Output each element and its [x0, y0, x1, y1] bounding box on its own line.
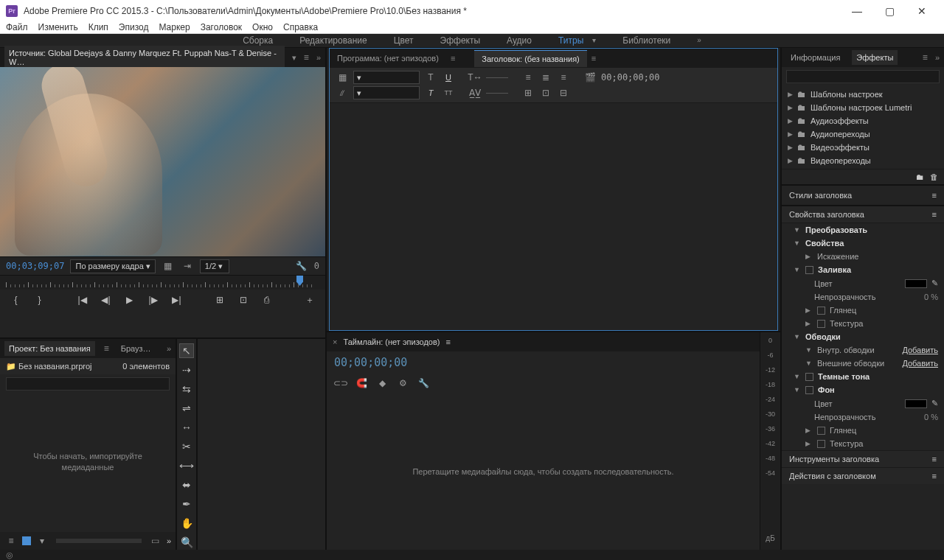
menu-clip[interactable]: Клип: [88, 22, 108, 32]
workspace-titles-menu-icon[interactable]: ▾: [592, 36, 596, 44]
prop-inner-strokes[interactable]: ▼Внутр. обводкиДобавить: [782, 343, 944, 357]
align-right-button[interactable]: ≡: [557, 71, 570, 84]
workspace-effects[interactable]: Эффекты: [440, 35, 481, 46]
prop-fill-color[interactable]: Цвет✎: [782, 276, 944, 290]
eyedropper-icon[interactable]: ✎: [931, 279, 938, 288]
title-tab[interactable]: Заголовок: (без названия): [474, 50, 586, 67]
prop-background[interactable]: ▼Фон: [782, 383, 944, 396]
cloud-sync-icon[interactable]: ◎: [6, 550, 13, 560]
workspace-libraries[interactable]: Библиотеки: [622, 35, 670, 46]
info-tab[interactable]: Информация: [786, 50, 844, 65]
prop-outer-strokes[interactable]: ▼Внешние обводкиДобавить: [782, 357, 944, 370]
prop-fill-opacity[interactable]: Непрозрачность0 %: [782, 290, 944, 304]
align-left-button[interactable]: ≡: [521, 71, 535, 84]
settings-icon[interactable]: 🔧: [295, 259, 308, 273]
workspace-color[interactable]: Цвет: [394, 35, 414, 46]
title-tab-menu-icon[interactable]: ≡: [587, 54, 600, 63]
prop-gloss[interactable]: ▶Глянец: [782, 304, 944, 317]
effects-overflow-icon[interactable]: »: [935, 53, 940, 62]
leading-input[interactable]: [486, 93, 508, 94]
prop-texture[interactable]: ▶Текстура: [782, 317, 944, 330]
program-tab-menu-icon[interactable]: ≡: [446, 54, 459, 63]
add-marker-button[interactable]: ◆: [375, 377, 389, 390]
prop-bg-opacity[interactable]: Непрозрачность0 %: [782, 410, 944, 424]
timeline-settings-button[interactable]: ⚙: [396, 377, 409, 390]
title-styles-icon[interactable]: ⫽: [336, 86, 349, 99]
timeline-wrench-button[interactable]: 🔧: [417, 377, 430, 390]
step-forward-button[interactable]: |▶: [147, 293, 160, 307]
track-select-tool[interactable]: ⇢: [179, 363, 194, 377]
add-outer-stroke-link[interactable]: Добавить: [902, 359, 938, 368]
title-timecode[interactable]: 00;00;00;00: [601, 72, 659, 83]
step-back-button[interactable]: ◀|: [100, 293, 113, 307]
prop-bg-texture[interactable]: ▶Текстура: [782, 437, 944, 450]
pen-tool[interactable]: ✒: [179, 497, 194, 511]
title-canvas[interactable]: [330, 103, 777, 330]
overwrite-button[interactable]: ⊡: [237, 293, 250, 307]
prop-bg-gloss[interactable]: ▶Глянец: [782, 424, 944, 437]
menu-title[interactable]: Заголовок: [201, 22, 242, 32]
menu-marker[interactable]: Маркер: [159, 22, 190, 32]
align-center-button[interactable]: ≣: [539, 71, 552, 84]
project-overflow-icon[interactable]: »: [167, 344, 171, 353]
freeform-view-button[interactable]: ▾: [35, 534, 49, 547]
workspace-audio[interactable]: Аудио: [507, 35, 532, 46]
program-tab[interactable]: Программа: (нет эпизодов): [330, 50, 446, 66]
safe-margins-icon[interactable]: ▦: [162, 259, 175, 273]
zoom-tool[interactable]: 🔍: [179, 535, 194, 550]
title-type-icon[interactable]: ▦: [336, 71, 349, 84]
prop-bg-color[interactable]: Цвет✎: [782, 396, 944, 410]
timeline-panel-menu-icon[interactable]: ≡: [446, 337, 451, 346]
fx-folder-presets[interactable]: ▶🖿Шаблоны настроек: [782, 88, 944, 101]
title-italic-button[interactable]: T: [424, 86, 437, 99]
source-timecode[interactable]: 00;03;09;07: [6, 261, 64, 271]
title-bold-button[interactable]: T: [424, 71, 437, 84]
show-video-icon[interactable]: 🎬: [583, 71, 597, 84]
button-editor-icon[interactable]: ＋: [303, 293, 316, 307]
selection-tool[interactable]: ↖: [179, 343, 194, 358]
prop-fill[interactable]: ▼Заливка: [782, 263, 944, 276]
leading-icon[interactable]: A̲V̲: [468, 86, 482, 99]
source-resolution-dropdown[interactable]: 1/2 ▾: [200, 259, 229, 273]
project-search-input[interactable]: [6, 377, 170, 391]
effects-panel-menu-icon[interactable]: ≡: [923, 52, 928, 63]
source-monitor[interactable]: [0, 67, 325, 256]
prop-shadows[interactable]: ▼Темные тона: [782, 370, 944, 383]
source-panel-menu-icon[interactable]: ≡: [304, 52, 309, 63]
source-time-ruler[interactable]: [0, 275, 325, 290]
effects-tab[interactable]: Эффекты: [852, 50, 898, 65]
title-actions-section[interactable]: Действия с заголовком≡: [782, 467, 944, 484]
workspace-editing[interactable]: Редактирование: [299, 35, 367, 46]
prop-transform[interactable]: ▼Преобразовать: [782, 223, 944, 237]
menu-help[interactable]: Справка: [283, 22, 318, 32]
prop-properties[interactable]: ▼Свойства: [782, 237, 944, 250]
timeline-tab[interactable]: Таймлайн: (нет эпизодов): [343, 337, 440, 346]
play-button[interactable]: ▶: [123, 293, 136, 307]
source-out-tc[interactable]: 0: [314, 261, 319, 271]
fx-folder-video-fx[interactable]: ▶🖿Видеоэффекты: [782, 141, 944, 154]
kerning-icon[interactable]: T↔: [468, 71, 482, 84]
zoom-slider[interactable]: [56, 539, 142, 543]
tab-stops-button[interactable]: ⊞: [521, 86, 535, 99]
bg-color-swatch[interactable]: [905, 399, 927, 408]
project-tab[interactable]: Проект: Без названия: [4, 341, 95, 356]
rolling-edit-tool[interactable]: ⇌: [179, 401, 194, 416]
title-tools-section[interactable]: Инструменты заголовка≡: [782, 450, 944, 467]
linked-selection-button[interactable]: 🧲: [355, 377, 368, 390]
go-to-out-button[interactable]: ▶|: [170, 293, 184, 307]
go-to-in-button[interactable]: |◀: [76, 293, 89, 307]
workspace-titles[interactable]: Титры: [558, 35, 583, 46]
distribute-button[interactable]: ⊡: [539, 86, 552, 99]
title-smallcaps-button[interactable]: TT: [442, 86, 455, 99]
timeline-close-icon[interactable]: ×: [333, 337, 337, 346]
prop-strokes[interactable]: ▼Обводки: [782, 330, 944, 343]
mark-in-button[interactable]: {: [10, 293, 23, 307]
snap-button[interactable]: ⊂⊃: [334, 377, 347, 390]
icon-view-button[interactable]: [22, 536, 31, 545]
align-justify-button[interactable]: ⊟: [557, 86, 570, 99]
bg-eyedropper-icon[interactable]: ✎: [931, 399, 938, 408]
menu-file[interactable]: Файл: [6, 22, 28, 32]
output-icon[interactable]: ⇥: [181, 259, 194, 273]
source-tab-dropdown-icon[interactable]: ▾: [292, 53, 296, 63]
rate-stretch-tool[interactable]: ↔: [179, 420, 194, 435]
